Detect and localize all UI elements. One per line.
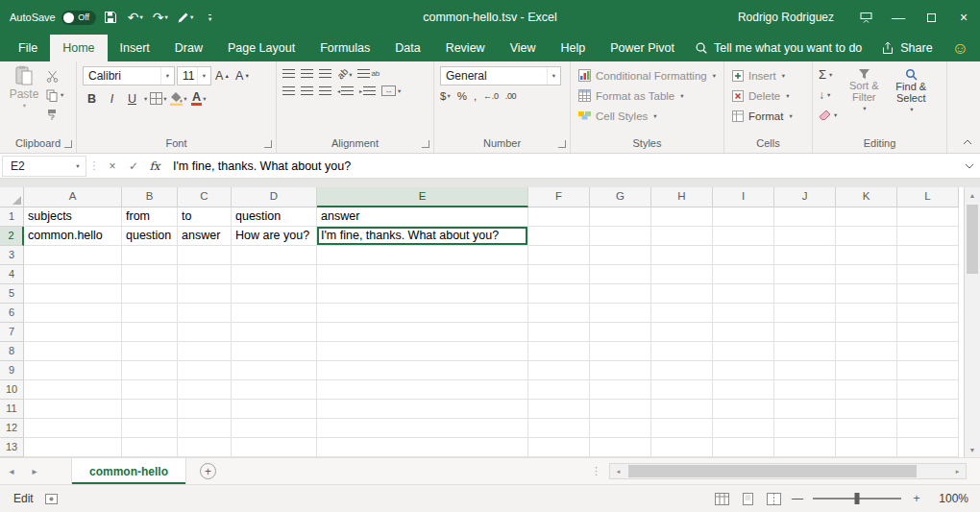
zoom-slider-thumb[interactable] xyxy=(855,493,860,504)
cell-C1[interactable]: to xyxy=(178,207,232,227)
font-name-combo[interactable]: Calibri ▾ xyxy=(83,66,175,85)
cell-F4[interactable] xyxy=(528,265,590,284)
cell-E2[interactable]: I'm fine, thanks. What about you? xyxy=(317,227,528,246)
cell-A10[interactable] xyxy=(24,380,122,400)
format-painter-button[interactable] xyxy=(46,107,73,122)
cell-G7[interactable] xyxy=(590,323,651,342)
share-button[interactable]: Share xyxy=(881,41,932,55)
cell-H12[interactable] xyxy=(651,419,713,438)
cell-H9[interactable] xyxy=(651,361,713,380)
cell-A4[interactable] xyxy=(24,265,122,284)
cell-H4[interactable] xyxy=(651,265,713,284)
column-header-I[interactable]: I xyxy=(713,187,774,207)
cell-K1[interactable] xyxy=(836,207,897,227)
tab-help[interactable]: Help xyxy=(549,35,599,61)
borders-button[interactable]: ▾ xyxy=(149,89,167,108)
cell-B6[interactable] xyxy=(122,304,178,323)
column-header-J[interactable]: J xyxy=(774,187,836,207)
cell-H6[interactable] xyxy=(651,304,713,323)
page-break-preview-button[interactable] xyxy=(765,490,782,507)
sort-filter-button[interactable]: Sort & Filter ▾ xyxy=(842,65,886,136)
tab-review[interactable]: Review xyxy=(433,35,498,61)
cell-C6[interactable] xyxy=(178,304,232,323)
cell-K8[interactable] xyxy=(836,342,897,361)
cell-F2[interactable] xyxy=(528,227,590,246)
fill-color-button[interactable]: ▾ xyxy=(169,89,187,108)
cancel-entry-button[interactable]: × xyxy=(102,156,123,177)
cell-J1[interactable] xyxy=(774,207,836,227)
cell-E13[interactable] xyxy=(317,438,528,457)
cell-I8[interactable] xyxy=(713,342,774,361)
cell-F10[interactable] xyxy=(528,380,590,400)
column-header-D[interactable]: D xyxy=(232,187,317,207)
scroll-left-button[interactable]: ◂ xyxy=(610,464,626,478)
cell-J12[interactable] xyxy=(774,419,836,438)
cell-E7[interactable] xyxy=(317,323,528,342)
cell-H3[interactable] xyxy=(651,246,713,265)
cell-G12[interactable] xyxy=(590,419,651,438)
cell-L9[interactable] xyxy=(897,361,959,380)
decrease-decimal-button[interactable]: .00 xyxy=(505,91,517,101)
zoom-out-button[interactable]: — xyxy=(791,492,804,505)
cell-D3[interactable] xyxy=(232,246,317,265)
cell-G11[interactable] xyxy=(590,400,651,419)
sheet-bar-splitter[interactable]: ⋮ xyxy=(583,465,609,477)
tab-formulas[interactable]: Formulas xyxy=(307,35,382,61)
cell-I4[interactable] xyxy=(713,265,774,284)
tab-file[interactable]: File xyxy=(6,35,50,61)
save-button[interactable] xyxy=(100,5,121,30)
expand-formula-bar-button[interactable] xyxy=(959,163,980,169)
cell-G4[interactable] xyxy=(590,265,651,284)
cell-L6[interactable] xyxy=(897,304,959,323)
cell-E1[interactable]: answer xyxy=(317,207,528,227)
tab-data[interactable]: Data xyxy=(382,35,432,61)
cell-C8[interactable] xyxy=(178,342,232,361)
align-center-button[interactable] xyxy=(301,86,313,95)
underline-button[interactable]: U xyxy=(123,89,141,108)
vertical-scroll-thumb[interactable] xyxy=(967,205,978,274)
horizontal-scroll-thumb[interactable] xyxy=(628,465,917,477)
align-left-button[interactable] xyxy=(282,86,295,95)
redo-button[interactable]: ↷▾ xyxy=(150,5,171,30)
copy-button[interactable]: ▾ xyxy=(46,87,73,103)
row-header-9[interactable]: 9 xyxy=(0,361,24,380)
cell-D1[interactable]: question xyxy=(232,207,317,227)
row-header-10[interactable]: 10 xyxy=(0,380,24,400)
cell-K3[interactable] xyxy=(836,246,897,265)
currency-button[interactable]: $▾ xyxy=(440,90,451,102)
font-color-button[interactable]: A▾ xyxy=(189,89,208,108)
row-header-6[interactable]: 6 xyxy=(0,304,24,323)
number-format-combo[interactable]: General ▾ xyxy=(440,66,561,85)
cell-E5[interactable] xyxy=(317,284,528,304)
column-header-B[interactable]: B xyxy=(122,187,178,207)
zoom-level[interactable]: 100% xyxy=(932,492,968,505)
cell-K10[interactable] xyxy=(836,380,897,400)
maximize-button[interactable] xyxy=(915,0,947,35)
cell-D4[interactable] xyxy=(232,265,317,284)
align-top-button[interactable] xyxy=(282,69,295,78)
cell-D9[interactable] xyxy=(232,361,317,380)
insert-cells-button[interactable]: Insert ▾ xyxy=(732,66,808,85)
cell-J11[interactable] xyxy=(774,400,836,419)
align-right-button[interactable] xyxy=(319,86,331,95)
cell-K12[interactable] xyxy=(836,419,897,438)
cell-E6[interactable] xyxy=(317,304,528,323)
column-header-A[interactable]: A xyxy=(24,187,122,207)
cell-B2[interactable]: question xyxy=(122,227,178,246)
row-header-13[interactable]: 13 xyxy=(0,438,24,457)
customize-quick-access-button[interactable]: ▾ xyxy=(200,5,221,30)
column-header-C[interactable]: C xyxy=(178,187,232,207)
row-header-7[interactable]: 7 xyxy=(0,323,24,342)
cell-K5[interactable] xyxy=(836,284,897,304)
cell-C10[interactable] xyxy=(178,380,232,400)
merge-center-button[interactable]: ↔▾ xyxy=(381,85,401,96)
tab-home[interactable]: Home xyxy=(50,35,107,61)
format-as-table-button[interactable]: Format as Table ▾ xyxy=(578,86,720,105)
horizontal-scroll-track[interactable] xyxy=(626,464,949,478)
increase-decimal-button[interactable]: ←.0 xyxy=(483,91,499,101)
macro-record-button[interactable] xyxy=(45,494,58,504)
vertical-scroll-track[interactable] xyxy=(965,203,980,442)
cell-A8[interactable] xyxy=(24,342,122,361)
scroll-up-button[interactable]: ▲ xyxy=(965,187,980,203)
formula-bar-splitter[interactable]: ⋮ xyxy=(86,159,102,172)
